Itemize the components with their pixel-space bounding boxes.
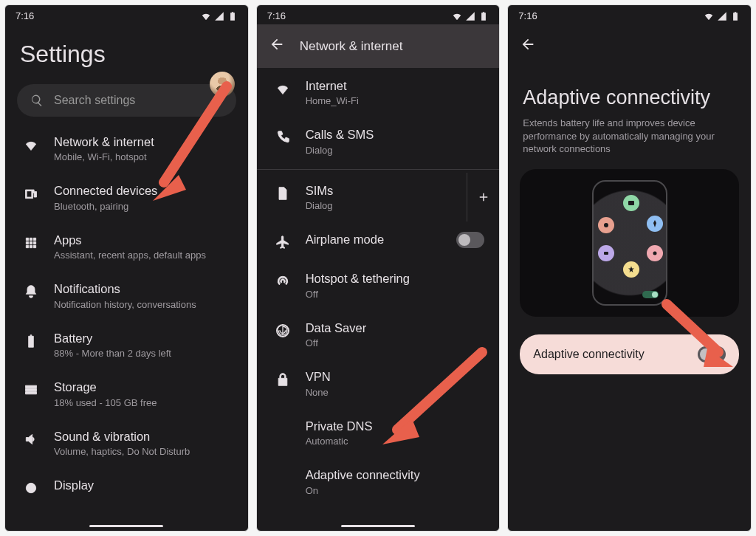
- status-icons: [201, 11, 238, 21]
- wifi-icon: [275, 80, 291, 97]
- settings-item-connected-devices[interactable]: Connected devicesBluetooth, pairing: [5, 173, 248, 221]
- devices-icon: [23, 185, 39, 202]
- item-subtitle: Dialog: [306, 145, 485, 156]
- settings-item-network-internet[interactable]: Network & internetMobile, Wi-Fi, hotspot: [5, 124, 248, 173]
- status-bar: 7:16: [508, 5, 751, 24]
- search-placeholder: Search settings: [54, 94, 135, 107]
- signal-icon: [465, 11, 475, 21]
- svg-rect-7: [604, 252, 608, 255]
- adaptive-connectivity-toggle[interactable]: [698, 346, 726, 363]
- network-item-data-saver[interactable]: Data SaverOff: [257, 310, 500, 359]
- settings-item-sound-vibration[interactable]: Sound & vibrationVolume, haptics, Do Not…: [5, 419, 248, 467]
- item-subtitle: Bluetooth, pairing: [54, 201, 233, 212]
- display-icon: [23, 480, 39, 496]
- screen-network: 7:16 Network & internet InternetHome_Wi-…: [256, 4, 501, 532]
- sound-icon: [23, 431, 39, 447]
- svg-point-8: [653, 251, 656, 255]
- item-title: Data Saver: [306, 320, 485, 336]
- app-bar: Network & internet: [257, 24, 500, 68]
- settings-item-display[interactable]: Display: [5, 467, 248, 506]
- item-title: Airplane mode: [306, 232, 442, 247]
- item-title: Battery: [54, 331, 233, 346]
- item-subtitle: Notification history, conversations: [54, 299, 233, 310]
- item-title: Storage: [54, 379, 233, 395]
- item-subtitle: Dialog: [306, 200, 453, 211]
- nav-handle[interactable]: [341, 525, 415, 527]
- network-item-adaptive-connectivity[interactable]: Adaptive connectivityOn: [257, 457, 500, 506]
- item-title: Hotspot & tethering: [306, 271, 485, 286]
- item-title: Display: [54, 478, 233, 493]
- illus-dot-yellow: [623, 261, 639, 278]
- item-subtitle: On: [306, 485, 485, 496]
- network-item-sims[interactable]: SIMsDialog: [257, 173, 500, 221]
- back-arrow-icon: [269, 36, 285, 52]
- wifi-icon: [201, 11, 211, 21]
- back-button[interactable]: [508, 24, 751, 67]
- item-title: Sound & vibration: [54, 429, 233, 444]
- page-description: Extends battery life and improves device…: [508, 117, 751, 166]
- settings-item-notifications[interactable]: NotificationsNotification history, conve…: [5, 271, 248, 320]
- status-icons: [704, 11, 740, 21]
- datasaver-icon: [275, 323, 291, 339]
- illus-dot-blue: [647, 216, 663, 232]
- battery-icon: [227, 11, 238, 21]
- item-title: Network & internet: [54, 134, 233, 150]
- back-button[interactable]: [269, 36, 285, 56]
- item-title: VPN: [306, 369, 485, 385]
- item-subtitle: Volume, haptics, Do Not Disturb: [54, 446, 233, 457]
- wifi-icon: [452, 11, 462, 21]
- network-item-calls-sms[interactable]: Calls & SMSDialog: [257, 117, 500, 165]
- adaptive-illustration: [520, 169, 739, 317]
- network-item-hotspot-tethering[interactable]: Hotspot & tetheringOff: [257, 261, 500, 309]
- item-subtitle: Assistant, recent apps, default apps: [54, 250, 233, 261]
- settings-item-storage[interactable]: Storage18% used - 105 GB free: [5, 369, 248, 418]
- network-item-private-dns[interactable]: Private DNSAutomatic: [257, 408, 500, 457]
- illus-dot-green: [623, 195, 639, 211]
- item-subtitle: 18% used - 105 GB free: [54, 397, 233, 408]
- network-item-airplane-mode[interactable]: Airplane mode: [257, 221, 500, 261]
- item-subtitle: Off: [306, 337, 485, 348]
- illus-mini-toggle: [642, 291, 659, 298]
- status-time: 7:16: [267, 10, 286, 21]
- page-title: Adaptive connectivity: [508, 67, 751, 117]
- settings-list: Network & internetMobile, Wi-Fi, hotspot…: [5, 124, 248, 506]
- illus-dot-purple: [598, 245, 614, 261]
- calls-icon: [275, 129, 291, 145]
- adaptive-connectivity-toggle-row[interactable]: Adaptive connectivity: [520, 334, 739, 374]
- network-item-vpn[interactable]: VPNNone: [257, 359, 500, 408]
- signal-icon: [717, 11, 727, 21]
- airplane-icon: [275, 234, 291, 250]
- illus-dot-pink: [647, 245, 663, 261]
- sim-icon: [275, 185, 291, 202]
- add-sim-button[interactable]: [467, 173, 499, 221]
- storage-icon: [23, 382, 39, 398]
- status-bar: 7:16: [5, 5, 248, 24]
- apps-icon: [23, 235, 39, 251]
- profile-avatar[interactable]: [210, 72, 235, 97]
- item-title: Internet: [306, 78, 485, 94]
- search-settings[interactable]: Search settings: [17, 84, 236, 117]
- search-icon: [30, 94, 44, 107]
- item-subtitle: Automatic: [306, 436, 485, 447]
- item-subtitle: Off: [306, 289, 485, 300]
- bell-icon: [23, 284, 39, 300]
- illus-dot-red: [598, 217, 614, 233]
- screen-settings: 7:16 Settings Search settings Network & …: [4, 4, 249, 532]
- settings-item-battery[interactable]: Battery88% - More than 2 days left: [5, 320, 248, 369]
- item-subtitle: 88% - More than 2 days left: [54, 348, 233, 359]
- status-bar: 7:16: [257, 5, 500, 24]
- airplane-mode-toggle[interactable]: [456, 232, 484, 248]
- back-arrow-icon: [520, 36, 536, 52]
- network-list: InternetHome_Wi-FiCalls & SMSDialogSIMsD…: [257, 68, 500, 506]
- hotspot-icon: [275, 273, 291, 289]
- status-time: 7:16: [518, 10, 537, 21]
- svg-rect-5: [628, 201, 634, 205]
- settings-item-apps[interactable]: AppsAssistant, recent apps, default apps: [5, 222, 248, 271]
- blank-icon: [275, 470, 291, 486]
- item-title: SIMs: [306, 183, 453, 199]
- network-item-internet[interactable]: InternetHome_Wi-Fi: [257, 68, 500, 117]
- nav-handle[interactable]: [89, 525, 163, 527]
- item-title: Notifications: [54, 281, 233, 297]
- page-title: Settings: [5, 24, 248, 74]
- svg-point-6: [604, 223, 608, 227]
